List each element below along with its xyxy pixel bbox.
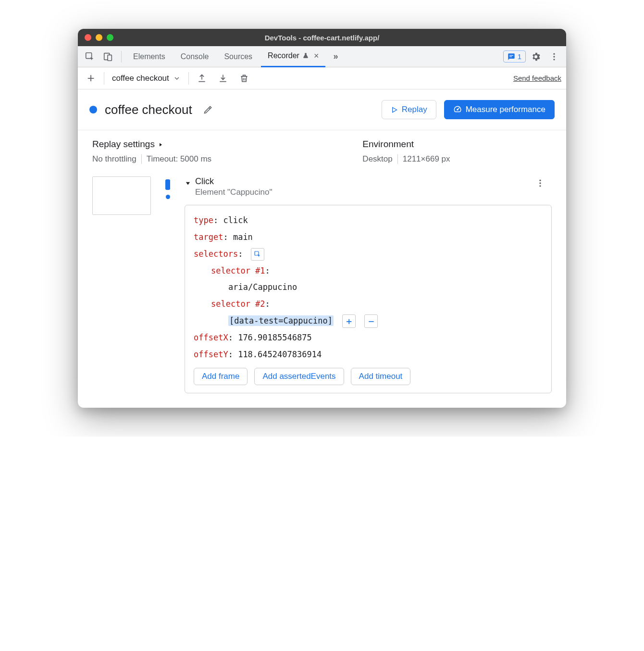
chevron-down-icon [185, 180, 191, 187]
replay-button[interactable]: Replay [382, 100, 436, 119]
timeline-bar [165, 179, 170, 190]
step-details-card: type: click target: main selectors: sele… [185, 205, 552, 393]
step-thumbnail[interactable] [92, 176, 151, 215]
selector-picker-button[interactable] [251, 248, 264, 261]
selector2-value[interactable]: [data-test=Cappucino] [228, 315, 334, 326]
chevron-down-icon [173, 75, 181, 82]
minimize-window-button[interactable] [96, 34, 102, 41]
delete-icon[interactable] [236, 70, 252, 87]
window-title: DevTools - coffee-cart.netlify.app/ [78, 34, 566, 42]
separator [397, 154, 398, 164]
env-size: 1211×669 px [403, 154, 450, 164]
send-feedback-link[interactable]: Send feedback [513, 74, 561, 82]
step-kebab-menu[interactable] [533, 176, 547, 190]
separator [141, 154, 142, 164]
export-icon[interactable] [194, 70, 210, 87]
svg-point-9 [539, 180, 541, 181]
issues-badge[interactable]: 1 [503, 50, 526, 63]
tab-console[interactable]: Console [174, 46, 216, 67]
devtools-tabbar: Elements Console Sources Recorder × » 1 [78, 46, 566, 67]
separator [121, 51, 122, 63]
step-area: Click Element "Cappucino" type: click ta… [78, 173, 566, 408]
traffic-lights [85, 34, 113, 41]
svg-point-8 [457, 109, 458, 110]
recording-header: coffee checkout Replay Measure performan… [78, 89, 566, 130]
separator [104, 72, 104, 85]
selector2-key: selector #2 [211, 299, 265, 309]
selector1-key: selector #1 [211, 266, 265, 275]
tab-elements[interactable]: Elements [126, 46, 172, 67]
inspect-element-icon[interactable] [82, 49, 98, 65]
chevron-right-icon [158, 142, 163, 148]
target-key: target [194, 232, 223, 242]
remove-selector-button[interactable]: − [364, 314, 378, 328]
edit-title-icon[interactable] [200, 101, 216, 118]
replay-label: Replay [402, 105, 427, 114]
recording-select-label: coffee checkout [112, 74, 169, 83]
svg-point-5 [553, 53, 555, 54]
import-icon[interactable] [215, 70, 231, 87]
recording-title: coffee checkout [105, 102, 192, 117]
recording-select[interactable]: coffee checkout [109, 72, 184, 85]
settings-icon[interactable] [528, 49, 544, 65]
timeout-value: Timeout: 5000 ms [147, 154, 211, 164]
environment-summary: Desktop 1211×669 px [362, 154, 552, 164]
tab-recorder[interactable]: Recorder × [261, 46, 325, 67]
target-value[interactable]: main [233, 232, 253, 242]
step-title: Click [195, 176, 530, 187]
tab-sources[interactable]: Sources [217, 46, 259, 67]
selectors-key: selectors [194, 249, 238, 259]
replay-settings-summary: No throttling Timeout: 5000 ms [92, 154, 362, 164]
gauge-icon [453, 105, 462, 114]
offsety-value[interactable]: 118.6452407836914 [238, 350, 322, 359]
measure-label: Measure performance [466, 105, 545, 114]
play-icon [391, 106, 398, 113]
measure-performance-button[interactable]: Measure performance [444, 100, 555, 119]
recording-status-dot [89, 106, 97, 113]
issues-count: 1 [518, 52, 521, 61]
svg-point-11 [539, 185, 541, 187]
svg-rect-4 [509, 56, 512, 57]
type-key: type [194, 215, 213, 225]
settings-row: Replay settings No throttling Timeout: 5… [78, 130, 566, 173]
beaker-icon [302, 52, 309, 59]
more-tabs-icon[interactable]: » [327, 49, 344, 65]
replay-settings-toggle[interactable]: Replay settings [92, 139, 362, 150]
close-window-button[interactable] [85, 34, 91, 41]
offsetx-key: offsetX [194, 333, 228, 342]
environment-label: Environment [362, 139, 552, 150]
replay-settings-label: Replay settings [92, 139, 155, 150]
separator [188, 72, 189, 85]
recorder-toolbar: + coffee checkout Send feedback [78, 67, 566, 89]
offsety-key: offsetY [194, 350, 228, 359]
svg-rect-3 [509, 55, 513, 55]
svg-rect-2 [108, 55, 111, 61]
env-device: Desktop [362, 154, 392, 164]
svg-point-10 [539, 182, 541, 184]
maximize-window-button[interactable] [107, 34, 113, 41]
device-toolbar-icon[interactable] [100, 49, 116, 65]
chat-icon [508, 53, 515, 61]
throttling-value: No throttling [92, 154, 136, 164]
step-content: Click Element "Cappucino" type: click ta… [185, 176, 552, 393]
replay-settings-col: Replay settings No throttling Timeout: 5… [92, 139, 362, 164]
add-timeout-button[interactable]: Add timeout [351, 368, 411, 385]
timeline [161, 176, 175, 393]
tab-recorder-label: Recorder [268, 51, 299, 60]
svg-point-6 [553, 56, 555, 57]
close-tab-icon[interactable]: × [314, 51, 319, 61]
devtools-window: DevTools - coffee-cart.netlify.app/ Elem… [78, 29, 566, 408]
type-value[interactable]: click [223, 215, 248, 225]
add-frame-button[interactable]: Add frame [194, 368, 248, 385]
step-header[interactable]: Click Element "Cappucino" [185, 176, 552, 197]
timeline-dot [166, 195, 170, 199]
add-asserted-events-button[interactable]: Add assertedEvents [254, 368, 344, 385]
environment-col: Environment Desktop 1211×669 px [362, 139, 552, 164]
step-subtitle: Element "Cappucino" [195, 188, 530, 197]
add-recording-button[interactable]: + [83, 70, 99, 87]
add-selector-button[interactable]: + [342, 314, 356, 328]
kebab-menu-icon[interactable] [546, 49, 562, 65]
titlebar: DevTools - coffee-cart.netlify.app/ [78, 29, 566, 46]
offsetx-value[interactable]: 176.90185546875 [238, 333, 312, 342]
selector1-value[interactable]: aria/Cappucino [228, 282, 297, 292]
